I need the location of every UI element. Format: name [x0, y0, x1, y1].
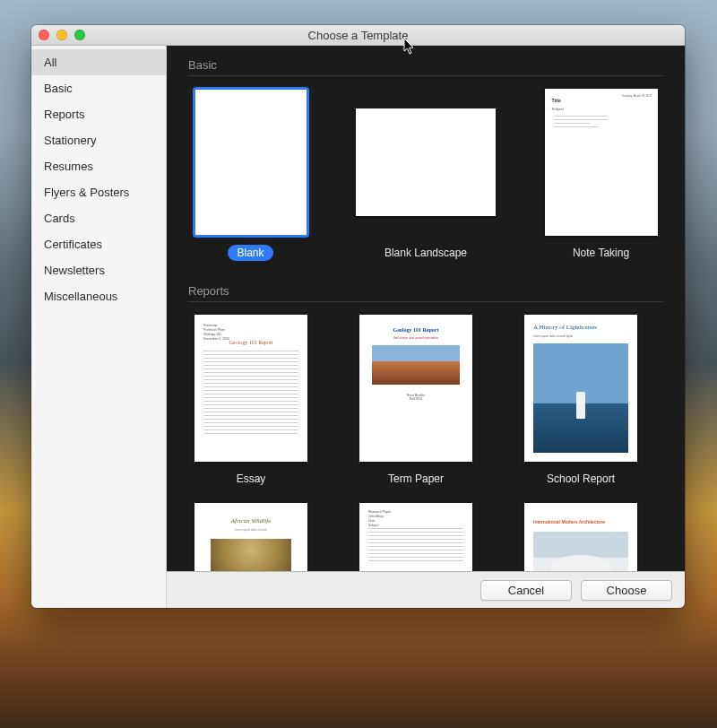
template-thumb[interactable] [194, 89, 307, 236]
sidebar-item-all[interactable]: All [31, 49, 166, 75]
template-main: Basic Blank Blank Landscape Tuesday, Mar… [167, 46, 685, 608]
preview-heading: African Wildlife [194, 517, 307, 524]
preview-image [372, 345, 460, 385]
template-term-paper[interactable]: Geology 101 Report Sed ut enim, quis nos… [353, 315, 479, 487]
template-architecture[interactable]: International Modern Architecture [518, 503, 644, 571]
sidebar-item-cards[interactable]: Cards [31, 205, 166, 231]
preview-image [211, 539, 291, 571]
preview-image [533, 343, 628, 453]
template-scroll-area[interactable]: Basic Blank Blank Landscape Tuesday, Mar… [167, 46, 685, 571]
preview-heading: Geology 101 Report [203, 340, 298, 345]
template-blank-landscape[interactable]: Blank Landscape [356, 89, 496, 261]
template-chooser-window: Choose a Template All Basic Reports Stat… [31, 25, 685, 608]
dialog-footer: Cancel Choose [167, 571, 685, 608]
template-thumb[interactable]: FirstnameProfessor PlumGeology 101Decemb… [194, 315, 307, 462]
preview-body [203, 351, 298, 453]
template-essay[interactable]: FirstnameProfessor PlumGeology 101Decemb… [188, 315, 314, 487]
sidebar-item-basic[interactable]: Basic [31, 75, 166, 101]
template-label: Blank [228, 245, 272, 261]
preview-subheading: Lorem ipsum dolor sit amet ligula [533, 334, 573, 338]
template-wildlife[interactable]: African Wildlife Lorem ipsum dolor sit a… [188, 503, 314, 571]
preview-heading: Geology 101 Report [359, 327, 472, 333]
category-sidebar: All Basic Reports Stationery Resumes Fly… [31, 46, 167, 608]
template-report-generic[interactable]: Research PaperJohn MacyDateSubject [353, 503, 479, 571]
section-header-reports: Reports [188, 277, 663, 302]
sidebar-item-resumes[interactable]: Resumes [31, 153, 166, 179]
window-controls [31, 30, 85, 40]
preview-subheading: Lorem ipsum dolor sit amet [194, 528, 307, 532]
preview-subject: Subject [552, 107, 564, 111]
choose-button[interactable]: Choose [581, 580, 672, 601]
template-label: Blank Landscape [376, 245, 476, 261]
template-thumb[interactable]: Research PaperJohn MacyDateSubject [359, 503, 472, 571]
building-icon [549, 555, 612, 571]
sidebar-item-misc[interactable]: Miscellaneous [31, 283, 166, 309]
preview-image [533, 532, 628, 571]
template-thumb[interactable] [356, 108, 496, 216]
close-icon[interactable] [39, 30, 49, 40]
template-label: Note Taking [564, 245, 638, 261]
preview-body [368, 528, 463, 564]
minimize-icon[interactable] [56, 30, 67, 40]
lighthouse-icon [576, 392, 585, 419]
window-title: Choose a Template [31, 29, 685, 42]
section-header-basic: Basic [188, 51, 663, 76]
zoom-icon[interactable] [74, 30, 85, 40]
preview-date: Tuesday, March 28, 2017 [622, 94, 652, 98]
cancel-button[interactable]: Cancel [480, 580, 572, 601]
preview-author: Erica BrooksFall 2014 [359, 394, 472, 401]
template-thumb[interactable]: International Modern Architecture [524, 503, 637, 571]
template-school-report[interactable]: A History of Lighthouses Lorem ipsum dol… [518, 315, 644, 487]
preview-heading: International Modern Architecture [533, 519, 605, 524]
template-label: School Report [538, 471, 624, 487]
sidebar-item-newsletters[interactable]: Newsletters [31, 257, 166, 283]
sidebar-item-reports[interactable]: Reports [31, 101, 166, 127]
template-thumb[interactable]: Geology 101 Report Sed ut enim, quis nos… [359, 315, 472, 462]
template-thumb[interactable]: African Wildlife Lorem ipsum dolor sit a… [194, 503, 307, 571]
template-label: Term Paper [379, 471, 453, 487]
preview-subheading: Sed ut enim, quis nostrud exercitation [359, 336, 472, 340]
template-thumb[interactable]: Tuesday, March 28, 2017 Title Subject [545, 89, 658, 236]
template-blank[interactable]: Blank [188, 89, 313, 261]
sidebar-item-stationery[interactable]: Stationery [31, 127, 166, 153]
preview-heading: A History of Lighthouses [533, 324, 597, 331]
preview-meta: Research PaperJohn MacyDateSubject [368, 510, 391, 528]
template-label: Essay [228, 471, 275, 487]
template-thumb[interactable]: A History of Lighthouses Lorem ipsum dol… [524, 315, 637, 462]
sidebar-item-certificates[interactable]: Certificates [31, 231, 166, 257]
sidebar-item-flyers[interactable]: Flyers & Posters [31, 179, 166, 205]
preview-title: Title [552, 98, 561, 103]
template-note-taking[interactable]: Tuesday, March 28, 2017 Title Subject No… [539, 89, 663, 261]
preview-meta: FirstnameProfessor PlumGeology 101Decemb… [203, 324, 229, 342]
titlebar[interactable]: Choose a Template [31, 25, 685, 46]
